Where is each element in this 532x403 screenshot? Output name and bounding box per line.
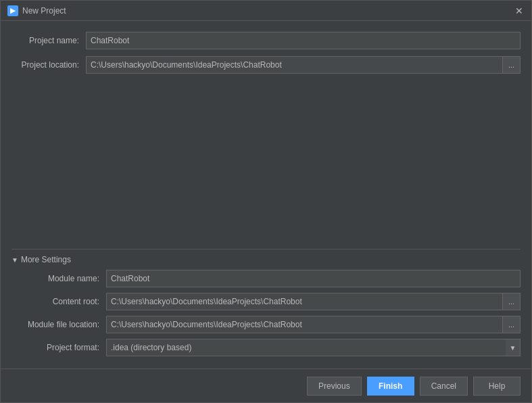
dialog-icon: ▶ — [7, 5, 18, 16]
help-button[interactable]: Help — [473, 377, 521, 396]
title-bar: ▶ New Project ✕ — [1, 1, 531, 21]
content-root-input-group: ... — [106, 293, 521, 310]
previous-button[interactable]: Previous — [307, 377, 362, 396]
new-project-dialog: ▶ New Project ✕ Project name: Project lo… — [0, 0, 532, 403]
dialog-title: New Project — [22, 6, 66, 16]
project-name-row: Project name: — [11, 32, 521, 49]
cancel-button[interactable]: Cancel — [420, 377, 468, 396]
project-format-row: Project format: .idea (directory based) … — [11, 339, 521, 356]
content-root-label: Content root: — [11, 297, 106, 306]
module-file-location-row: Module file location: ... — [11, 316, 521, 333]
project-location-browse-button[interactable]: ... — [503, 56, 521, 74]
more-settings-toggle[interactable]: ▼ More Settings — [11, 250, 521, 270]
finish-button[interactable]: Finish — [367, 377, 414, 396]
module-file-location-label: Module file location: — [11, 320, 106, 329]
project-format-select-wrapper: .idea (directory based) ▼ — [106, 339, 521, 356]
project-name-label: Project name: — [11, 36, 86, 45]
more-settings-triangle-icon: ▼ — [11, 256, 18, 264]
module-name-row: Module name: — [11, 270, 521, 287]
project-format-select[interactable]: .idea (directory based) — [106, 339, 521, 356]
project-location-row: Project location: ... — [11, 56, 521, 74]
title-bar-left: ▶ New Project — [7, 5, 66, 16]
dialog-body: Project name: Project location: ... ▼ Mo… — [1, 21, 531, 369]
module-name-input[interactable] — [106, 270, 521, 287]
content-root-browse-button[interactable]: ... — [503, 293, 521, 310]
close-button[interactable]: ✕ — [514, 5, 525, 16]
more-settings-section: ▼ More Settings Module name: Content roo… — [11, 249, 521, 369]
empty-area — [11, 80, 521, 243]
dialog-footer: Previous Finish Cancel Help — [1, 369, 531, 402]
content-root-input[interactable] — [106, 293, 503, 310]
more-settings-content: Module name: Content root: ... Module fi… — [11, 270, 521, 369]
module-file-location-browse-button[interactable]: ... — [503, 316, 521, 333]
project-location-input[interactable] — [86, 56, 503, 74]
module-file-location-input-group: ... — [106, 316, 521, 333]
module-file-location-input[interactable] — [106, 316, 503, 333]
project-location-label: Project location: — [11, 60, 86, 70]
project-format-label: Project format: — [11, 343, 106, 352]
project-location-input-group: ... — [86, 56, 521, 74]
module-name-label: Module name: — [11, 274, 106, 283]
content-root-row: Content root: ... — [11, 293, 521, 310]
project-name-input[interactable] — [86, 32, 521, 49]
more-settings-label: More Settings — [21, 255, 71, 264]
